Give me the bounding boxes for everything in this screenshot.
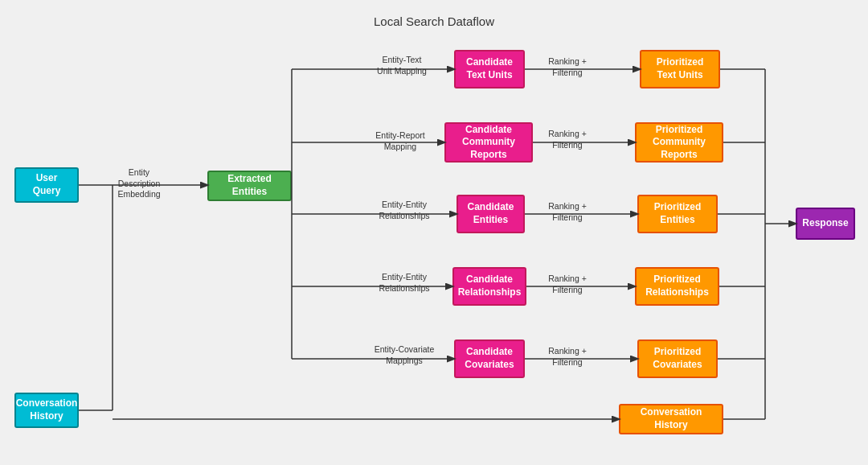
candidate-text-units-node: Candidate Text Units bbox=[454, 50, 525, 88]
user-query-node: User Query bbox=[14, 167, 79, 203]
diagram-container: Local Search Dataflow User Query Convers… bbox=[0, 0, 868, 465]
ranking-filtering-5-label: Ranking +Filtering bbox=[535, 346, 600, 368]
response-node: Response bbox=[796, 208, 855, 240]
entity-text-unit-mapping-label: Entity-TextUnit Mapping bbox=[358, 55, 446, 76]
prioritized-relationships-node: Prioritized Relationships bbox=[635, 267, 719, 306]
candidate-entities-node: Candidate Entities bbox=[457, 195, 525, 233]
candidate-community-reports-node: Candidate Community Reports bbox=[444, 122, 533, 163]
entity-entity-relationships1-label: Entity-EntityRelationships bbox=[360, 200, 448, 221]
entity-entity-relationships2-label: Entity-EntityRelationships bbox=[360, 272, 448, 294]
ranking-filtering-2-label: Ranking +Filtering bbox=[535, 129, 600, 150]
diagram-title: Local Search Dataflow bbox=[0, 14, 868, 28]
candidate-relationships-node: Candidate Relationships bbox=[452, 267, 526, 306]
prioritized-text-units-node: Prioritized Text Units bbox=[640, 50, 720, 88]
ranking-filtering-3-label: Ranking +Filtering bbox=[535, 201, 600, 223]
candidate-covariates-node: Candidate Covariates bbox=[454, 339, 525, 378]
conversation-history-output-node: Conversation History bbox=[619, 404, 723, 434]
conversation-history-input-node: Conversation History bbox=[14, 393, 79, 428]
ranking-filtering-4-label: Ranking +Filtering bbox=[535, 274, 600, 295]
entity-covariate-mappings-label: Entity-CovariateMappings bbox=[360, 344, 448, 366]
extracted-entities-node: Extracted Entities bbox=[207, 171, 292, 201]
prioritized-covariates-node: Prioritized Covariates bbox=[637, 339, 718, 378]
prioritized-entities-node: Prioritized Entities bbox=[637, 195, 718, 233]
entity-description-embedding-label: EntityDescriptionEmbedding bbox=[95, 167, 183, 200]
ranking-filtering-1-label: Ranking +Filtering bbox=[535, 56, 600, 78]
prioritized-community-reports-node: Prioritized Community Reports bbox=[635, 122, 723, 163]
entity-report-mapping-label: Entity-ReportMapping bbox=[360, 130, 440, 152]
